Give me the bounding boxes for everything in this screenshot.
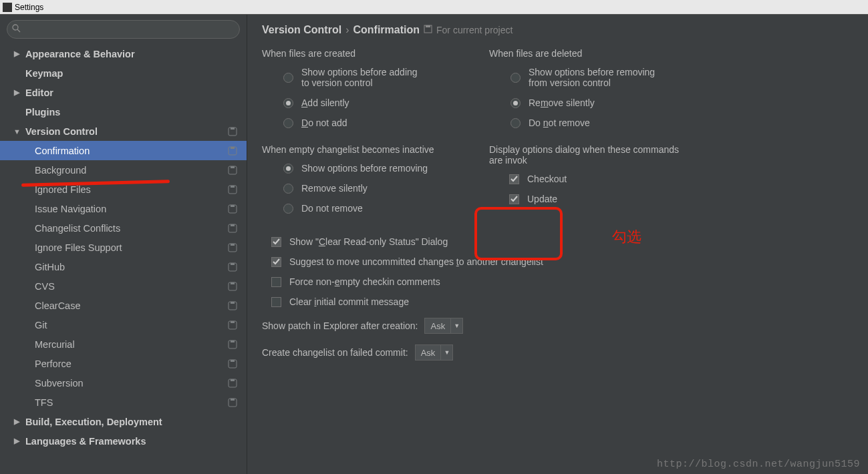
misc-clear-ro[interactable]: Show "Clear Read-only Status" Dialog (271, 236, 853, 247)
sidebar-item-ignored-files[interactable]: Ignored Files (0, 180, 247, 199)
sidebar-item-languages-frameworks[interactable]: ▶Languages & Frameworks (0, 431, 247, 451)
project-scope-icon (228, 127, 237, 136)
sidebar-item-label: Ignored Files (35, 184, 91, 195)
radio-icon (283, 164, 293, 174)
created-opt-none[interactable]: Do not add (283, 117, 462, 128)
sidebar-item-label: Background (35, 165, 86, 176)
opt-label: Show options before removing (529, 67, 655, 77)
sidebar-item-label: Build, Execution, Deployment (25, 417, 162, 427)
opt-label: Add silently (301, 97, 349, 108)
empty-heading: When empty changelist becomes inactive (262, 144, 462, 155)
sidebar-item-subversion[interactable]: Subversion (0, 373, 247, 393)
project-scope-icon (228, 398, 237, 407)
svg-rect-17 (231, 263, 235, 265)
opt-label: Do not remove (301, 203, 363, 214)
svg-rect-9 (231, 186, 235, 188)
chevron-right-icon: ▶ (13, 49, 20, 58)
project-scope-icon (228, 379, 237, 388)
empty-opt-none[interactable]: Do not remove (283, 203, 462, 214)
watermark: http://blog.csdn.net/wangjun5159 (657, 459, 860, 470)
svg-rect-27 (231, 360, 235, 362)
sidebar-item-cvs[interactable]: CVS (0, 276, 247, 296)
project-scope-icon (228, 146, 237, 156)
sidebar-item-git[interactable]: Git (0, 315, 247, 334)
radio-icon (283, 73, 293, 83)
sidebar-item-label: Changelist Conflicts (35, 223, 120, 234)
radio-icon (511, 98, 521, 108)
created-opt-show[interactable]: Show options before adding to version co… (283, 67, 462, 88)
checkbox-icon (271, 277, 281, 287)
created-heading: When files are created (262, 48, 462, 59)
sidebar-item-plugins[interactable]: Plugins (0, 102, 247, 122)
deleted-opt-none[interactable]: Do not remove (511, 117, 690, 128)
sidebar-item-label: Ignore Files Support (35, 242, 122, 253)
checkbox-icon (509, 194, 519, 204)
sidebar-item-keymap[interactable]: Keymap (0, 63, 247, 83)
opt-label: Show options before adding (301, 67, 418, 77)
sidebar-item-confirmation[interactable]: Confirmation (0, 141, 247, 160)
settings-tree: ▶Appearance & BehaviorKeymap▶EditorPlugi… (0, 44, 247, 474)
sidebar-item-label: Editor (25, 87, 53, 98)
failed-commit-dropdown[interactable]: Ask ▼ (415, 344, 454, 361)
empty-opt-silent[interactable]: Remove silently (283, 183, 462, 194)
sidebar-item-github[interactable]: GitHub (0, 257, 247, 276)
failed-commit-label: Create changelist on failed commit: (262, 347, 408, 358)
project-scope-icon (228, 185, 237, 194)
chk-label: Checkout (527, 174, 567, 184)
sidebar-item-clearcase[interactable]: ClearCase (0, 296, 247, 315)
opt-label: Do not add (301, 117, 347, 128)
settings-content: Version Control › Confirmation For curre… (247, 15, 868, 474)
svg-rect-23 (231, 321, 235, 323)
project-scope-icon (228, 243, 237, 252)
dropdown-value: Ask (425, 321, 450, 331)
chevron-down-icon: ▼ (450, 318, 462, 333)
misc-clear-commit[interactable]: Clear initial commit message (271, 296, 853, 307)
sidebar-item-background[interactable]: Background (0, 160, 247, 180)
chk-label: Show "Clear Read-only Status" Dialog (289, 236, 448, 247)
chk-label: Clear initial commit message (289, 296, 409, 307)
patch-explorer-dropdown[interactable]: Ask ▼ (424, 318, 463, 334)
app-icon (3, 3, 12, 12)
project-scope-label: For current project (436, 25, 513, 35)
sidebar-item-label: ClearCase (35, 300, 81, 311)
radio-icon (283, 204, 293, 214)
sidebar-item-appearance-behavior[interactable]: ▶Appearance & Behavior (0, 44, 247, 63)
deleted-opt-show[interactable]: Show options before removing from versio… (511, 67, 690, 88)
sidebar-item-tfs[interactable]: TFS (0, 393, 247, 412)
sidebar-item-issue-navigation[interactable]: Issue Navigation (0, 199, 247, 218)
sidebar-item-mercurial[interactable]: Mercurial (0, 334, 247, 354)
project-scope-icon (228, 282, 237, 291)
svg-rect-25 (231, 340, 235, 342)
deleted-opt-silent[interactable]: Remove silently (511, 97, 690, 108)
sidebar-item-ignore-files-support[interactable]: Ignore Files Support (0, 238, 247, 257)
chk-label: Force non-empty checkin comments (289, 276, 440, 287)
sidebar-item-changelist-conflicts[interactable]: Changelist Conflicts (0, 218, 247, 238)
svg-rect-21 (231, 302, 235, 304)
radio-icon (283, 98, 293, 108)
created-opt-silent[interactable]: Add silently (283, 97, 462, 108)
svg-rect-31 (231, 399, 235, 401)
sidebar-item-build-execution-deployment[interactable]: ▶Build, Execution, Deployment (0, 412, 247, 431)
breadcrumb: Version Control › Confirmation For curre… (262, 24, 853, 36)
misc-suggest-move[interactable]: Suggest to move uncommitted changes to a… (271, 256, 853, 267)
radio-icon (511, 118, 521, 128)
checkbox-icon (271, 297, 281, 307)
display-heading: Display options dialog when these comman… (489, 144, 690, 166)
display-update[interactable]: Update (509, 194, 690, 204)
sidebar-item-label: Issue Navigation (35, 204, 106, 214)
svg-rect-5 (231, 147, 235, 149)
display-checkout[interactable]: Checkout (509, 174, 690, 184)
sidebar-item-label: Confirmation (35, 146, 90, 156)
radio-icon (511, 73, 521, 83)
breadcrumb-sep: › (345, 24, 349, 36)
sidebar-item-version-control[interactable]: ▼Version Control (0, 122, 247, 141)
sidebar-item-editor[interactable]: ▶Editor (0, 83, 247, 102)
sidebar-item-label: Plugins (25, 107, 60, 117)
project-scope-icon (228, 301, 237, 310)
sidebar-item-perforce[interactable]: Perforce (0, 354, 247, 373)
svg-rect-13 (231, 224, 235, 226)
misc-force-comments[interactable]: Force non-empty checkin comments (271, 276, 853, 287)
opt-label: Remove silently (529, 97, 595, 108)
empty-opt-show[interactable]: Show options before removing (283, 163, 462, 174)
search-input[interactable] (7, 20, 240, 39)
